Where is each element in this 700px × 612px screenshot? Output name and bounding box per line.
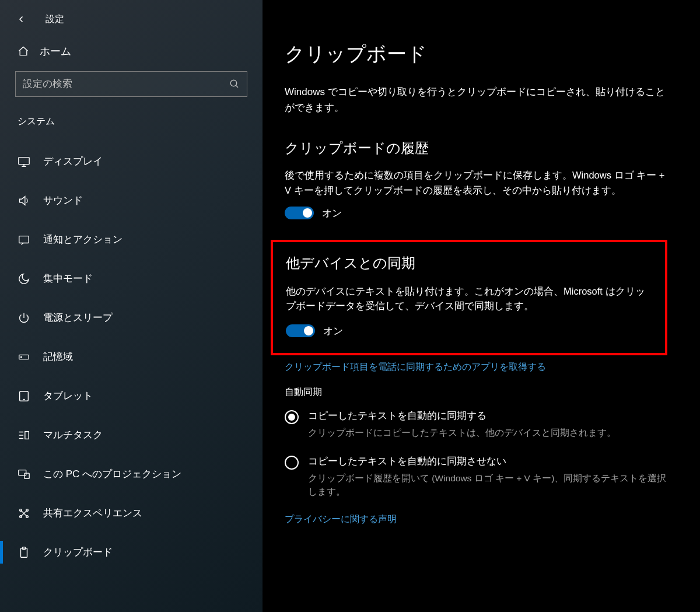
- shared-experience-icon: [18, 507, 30, 520]
- auto-sync-radio-group: コピーしたテキストを自動的に同期する クリップボードにコピーしたテキストは、他の…: [285, 409, 667, 499]
- sidebar-item-notifications[interactable]: 通知とアクション: [0, 220, 262, 259]
- app-title: 設定: [46, 13, 64, 26]
- radio-label: コピーしたテキストを自動的に同期させない: [308, 454, 667, 468]
- sidebar-item-label: 電源とスリープ: [43, 311, 113, 324]
- radio-label: コピーしたテキストを自動的に同期する: [308, 409, 616, 422]
- sidebar-item-storage[interactable]: 記憶域: [0, 337, 262, 376]
- arrow-left-icon: [16, 14, 27, 25]
- sound-icon: [18, 194, 30, 207]
- home-icon: [18, 46, 29, 57]
- home-label: ホーム: [40, 44, 71, 58]
- focus-icon: [18, 272, 30, 285]
- notification-icon: [18, 233, 30, 246]
- sidebar: 設定 ホーム システム ディスプレイ サウンド 通知とアクション 集中モード 電…: [0, 0, 262, 612]
- radio-button-icon[interactable]: [285, 456, 299, 470]
- auto-sync-heading: 自動同期: [285, 386, 667, 398]
- history-title: クリップボードの履歴: [285, 139, 667, 158]
- history-toggle-label: オン: [322, 207, 342, 220]
- svg-rect-6: [25, 431, 29, 439]
- sidebar-item-display[interactable]: ディスプレイ: [0, 142, 262, 181]
- clipboard-icon: [18, 546, 30, 559]
- radio-button-icon[interactable]: [285, 410, 299, 424]
- sidebar-item-tablet[interactable]: タブレット: [0, 376, 262, 415]
- sync-toggle-label: オン: [323, 324, 343, 338]
- multitask-icon: [18, 429, 30, 442]
- back-button[interactable]: [15, 13, 28, 26]
- svg-rect-8: [24, 473, 29, 478]
- search-icon: [229, 79, 240, 89]
- sidebar-item-power[interactable]: 電源とスリープ: [0, 298, 262, 337]
- power-icon: [18, 312, 30, 324]
- sync-toggle-row: オン: [286, 324, 651, 338]
- sidebar-item-label: 集中モード: [43, 272, 93, 285]
- history-toggle[interactable]: [285, 207, 314, 219]
- sidebar-item-label: クリップボード: [43, 545, 113, 559]
- history-desc: 後で使用するために複数の項目をクリップボードに保存します。Windows ロゴ …: [285, 168, 667, 198]
- sidebar-item-label: タブレット: [43, 389, 93, 403]
- radio-desc: クリップボード履歴を開いて (Windows ロゴ キー + V キー)、同期す…: [308, 471, 667, 499]
- sidebar-nav: ディスプレイ サウンド 通知とアクション 集中モード 電源とスリープ 記憶域 タ…: [0, 142, 262, 572]
- privacy-link[interactable]: プライバシーに関する声明: [285, 513, 667, 526]
- svg-rect-7: [19, 470, 26, 475]
- sidebar-item-sound[interactable]: サウンド: [0, 181, 262, 220]
- projection-icon: [18, 468, 30, 481]
- sync-toggle[interactable]: [286, 324, 315, 337]
- sync-title: 他デバイスとの同期: [286, 254, 651, 272]
- sidebar-item-projection[interactable]: この PC へのプロジェクション: [0, 454, 262, 494]
- sidebar-item-label: ディスプレイ: [43, 155, 103, 168]
- storage-icon: [18, 351, 30, 363]
- radio-desc: クリップボードにコピーしたテキストは、他のデバイスと同期されます。: [308, 426, 616, 439]
- svg-point-4: [21, 356, 22, 358]
- history-toggle-row: オン: [285, 207, 667, 220]
- content-area: クリップボード Windows でコピーや切り取りを行うとクリップボードにコピー…: [262, 0, 700, 612]
- search-input[interactable]: [23, 78, 229, 90]
- sidebar-item-label: マルチタスク: [43, 428, 103, 442]
- radio-auto-sync-off[interactable]: コピーしたテキストを自動的に同期させない クリップボード履歴を開いて (Wind…: [285, 454, 667, 499]
- category-label: システム: [0, 110, 262, 142]
- sidebar-item-label: この PC へのプロジェクション: [43, 467, 181, 481]
- sidebar-item-label: 通知とアクション: [43, 233, 123, 246]
- page-intro: Windows でコピーや切り取りを行うとクリップボードにコピーされ、貼り付ける…: [285, 84, 667, 116]
- sidebar-item-focus[interactable]: 集中モード: [0, 259, 262, 298]
- sync-phone-link[interactable]: クリップボード項目を電話に同期するためのアプリを取得する: [285, 361, 667, 373]
- sidebar-item-label: 記憶域: [43, 350, 73, 363]
- sidebar-item-home[interactable]: ホーム: [0, 34, 262, 71]
- sidebar-item-shared-experience[interactable]: 共有エクスペリエンス: [0, 494, 262, 533]
- svg-rect-2: [19, 236, 29, 243]
- sidebar-item-clipboard[interactable]: クリップボード: [0, 533, 262, 572]
- svg-point-0: [230, 80, 237, 86]
- radio-auto-sync-on[interactable]: コピーしたテキストを自動的に同期する クリップボードにコピーしたテキストは、他の…: [285, 409, 667, 439]
- tablet-icon: [18, 390, 30, 403]
- page-title: クリップボード: [285, 41, 667, 68]
- titlebar: 設定: [0, 6, 262, 34]
- sync-highlight-box: 他デバイスとの同期 他のデバイスにテキストを貼り付けます。これがオンの場合、Mi…: [271, 240, 667, 355]
- sidebar-item-multitask[interactable]: マルチタスク: [0, 415, 262, 454]
- svg-rect-1: [19, 157, 29, 164]
- display-icon: [18, 155, 30, 168]
- sidebar-item-label: 共有エクスペリエンス: [43, 506, 142, 520]
- search-box[interactable]: [15, 71, 247, 97]
- sidebar-item-label: サウンド: [43, 194, 83, 207]
- sync-desc: 他のデバイスにテキストを貼り付けます。これがオンの場合、Microsoft はク…: [286, 284, 651, 314]
